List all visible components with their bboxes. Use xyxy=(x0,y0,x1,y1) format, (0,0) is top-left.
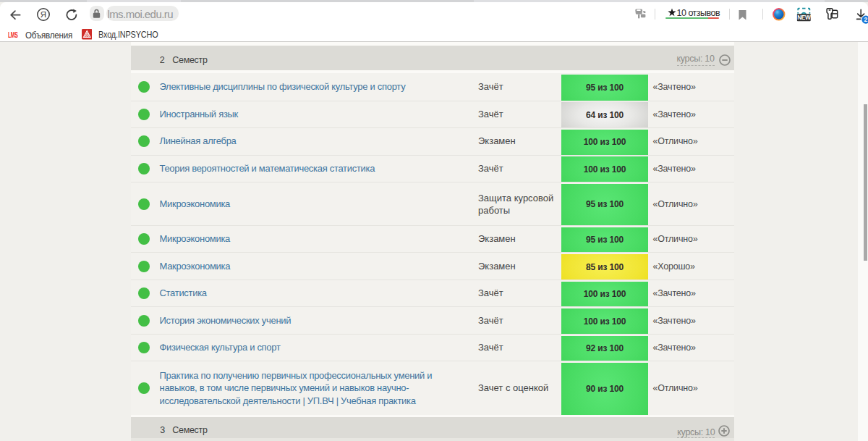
svg-text:Я: Я xyxy=(40,10,46,19)
svg-text:NEW: NEW xyxy=(797,14,811,21)
svg-text:2: 2 xyxy=(864,16,867,23)
